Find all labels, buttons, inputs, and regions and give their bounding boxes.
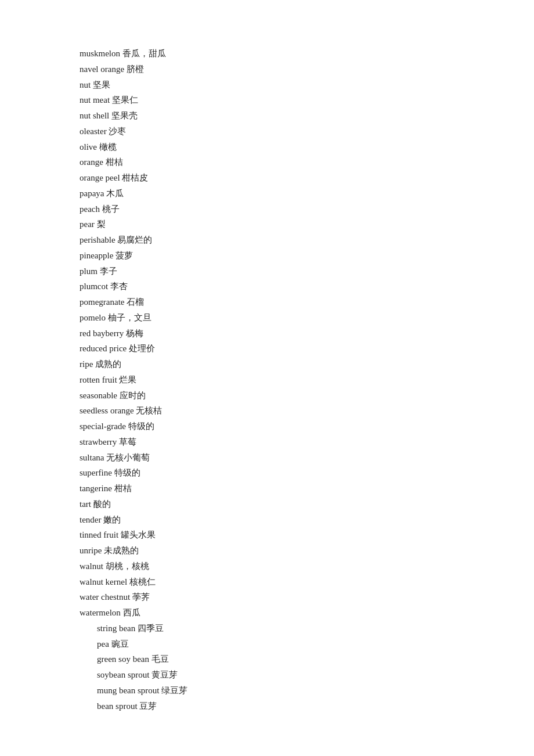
list-item: plum 李子 — [80, 264, 534, 279]
list-item: nut meat 坚果仁 — [80, 93, 534, 107]
list-item: nut 坚果 — [80, 78, 534, 92]
list-item: plumcot 李杏 — [80, 279, 534, 294]
list-item: tender 嫩的 — [80, 513, 534, 527]
list-item: pear 梨 — [80, 217, 534, 232]
list-item: water chestnut 荸荠 — [80, 590, 534, 604]
list-item: tinned fruit 罐头水果 — [80, 528, 534, 542]
list-item: red bayberry 杨梅 — [80, 326, 534, 341]
list-item: green soy bean 毛豆 — [80, 652, 534, 667]
list-item: rotten fruit 烂果 — [80, 373, 534, 387]
list-item: oleaster 沙枣 — [80, 124, 534, 139]
list-item: peach 桃子 — [80, 202, 534, 217]
list-item: reduced price 处理价 — [80, 341, 534, 356]
list-item: soybean sprout 黄豆芽 — [80, 668, 534, 682]
list-item: string bean 四季豆 — [80, 621, 534, 636]
list-item: seedless orange 无核桔 — [80, 404, 534, 418]
list-item: bean sprout 豆芽 — [80, 699, 534, 714]
list-item: walnut 胡桃，核桃 — [80, 559, 534, 574]
list-item: walnut kernel 核桃仁 — [80, 575, 534, 589]
list-item: tart 酸的 — [80, 497, 534, 512]
list-item: pomelo 柚子，文旦 — [80, 311, 534, 325]
list-item: navel orange 脐橙 — [80, 62, 534, 77]
list-item: strawberry 草莓 — [80, 435, 534, 449]
list-item: muskmelon 香瓜，甜瓜 — [80, 46, 534, 61]
list-item: orange peel 柑桔皮 — [80, 171, 534, 185]
list-item: pomegranate 石榴 — [80, 295, 534, 309]
list-item: mung bean sprout 绿豆芽 — [80, 683, 534, 698]
list-item: ripe 成熟的 — [80, 357, 534, 372]
vocabulary-list: muskmelon 香瓜，甜瓜navel orange 脐橙nut 坚果nut … — [80, 46, 534, 713]
list-item: superfine 特级的 — [80, 466, 534, 480]
list-item: nut shell 坚果壳 — [80, 109, 534, 123]
list-item: tangerine 柑桔 — [80, 481, 534, 496]
list-item: olive 橄榄 — [80, 140, 534, 154]
list-item: papaya 木瓜 — [80, 186, 534, 201]
list-item: seasonable 应时的 — [80, 388, 534, 403]
list-item: watermelon 西瓜 — [80, 606, 534, 620]
list-item: pineapple 菠萝 — [80, 249, 534, 263]
list-item: special-grade 特级的 — [80, 419, 534, 434]
list-item: unripe 未成熟的 — [80, 543, 534, 558]
list-item: pea 豌豆 — [80, 637, 534, 651]
list-item: orange 柑桔 — [80, 155, 534, 170]
list-item: sultana 无核小葡萄 — [80, 451, 534, 465]
list-item: perishable 易腐烂的 — [80, 233, 534, 247]
